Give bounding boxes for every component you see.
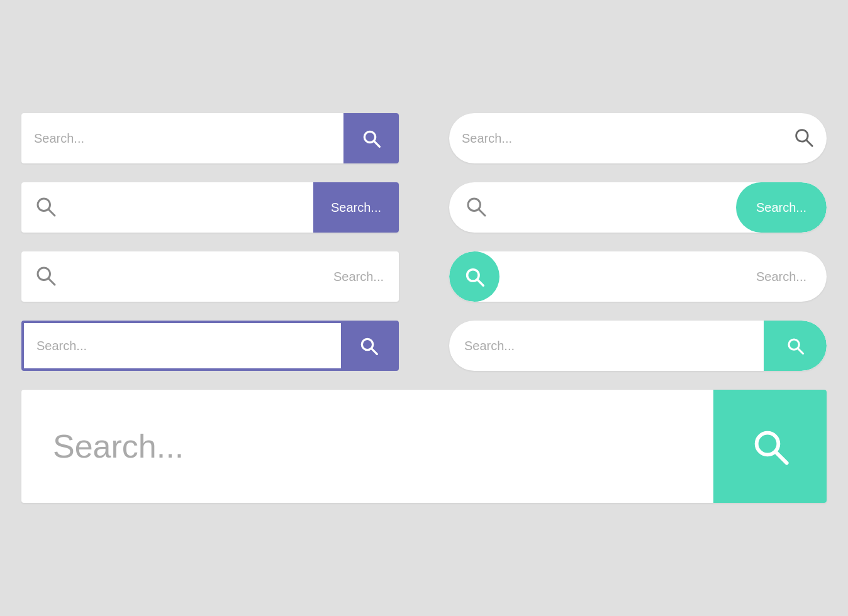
- searchbar-7: Search...: [21, 321, 399, 371]
- search-placeholder-9: Search...: [21, 427, 713, 465]
- search-button-7[interactable]: [341, 323, 396, 368]
- search-button-4[interactable]: Search...: [736, 182, 827, 233]
- svg-line-5: [48, 209, 55, 216]
- searchbar-3: Search...: [21, 182, 399, 233]
- searchbar-4: Search...: [449, 182, 827, 233]
- searchbar-8: Search...: [449, 321, 827, 371]
- svg-line-1: [374, 141, 380, 147]
- search-button-8[interactable]: [764, 321, 827, 371]
- searchbar-6: Search...: [449, 251, 827, 302]
- search-btn-label-4: Search...: [756, 201, 806, 215]
- search-placeholder-5: Search...: [69, 270, 399, 284]
- search-placeholder-1: Search...: [21, 131, 343, 146]
- search-icon-1: [361, 128, 381, 148]
- svg-line-13: [372, 349, 377, 355]
- svg-line-7: [479, 209, 485, 216]
- svg-line-3: [806, 140, 812, 146]
- search-circle-icon-6[interactable]: [449, 251, 499, 302]
- svg-line-11: [477, 280, 483, 285]
- search-icon-5: [21, 264, 69, 289]
- search-button-3[interactable]: Search...: [313, 182, 399, 233]
- svg-line-15: [798, 348, 803, 353]
- search-button-9[interactable]: [713, 390, 827, 503]
- searchbar-9: Search...: [21, 390, 827, 503]
- svg-line-17: [776, 452, 786, 463]
- search-icon-3: [21, 195, 69, 220]
- search-placeholder-8: Search...: [449, 339, 764, 353]
- search-icon-9: [750, 426, 790, 466]
- searchbar-5: Search...: [21, 251, 399, 302]
- svg-line-9: [48, 278, 55, 285]
- search-placeholder-6: Search...: [499, 270, 827, 284]
- searchbar-1: Search...: [21, 113, 399, 163]
- search-icon-4: [449, 195, 502, 220]
- search-icon-2: [793, 126, 814, 150]
- searchbar-2: Search...: [449, 113, 827, 163]
- main-container: Search... Search... Search...: [21, 113, 827, 503]
- search-icon-8: [786, 336, 805, 355]
- search-icon-7: [359, 336, 379, 356]
- search-button-1[interactable]: [343, 113, 399, 163]
- search-btn-label-3: Search...: [331, 201, 381, 215]
- search-placeholder-2: Search...: [462, 131, 793, 146]
- search-placeholder-7: Search...: [36, 339, 87, 353]
